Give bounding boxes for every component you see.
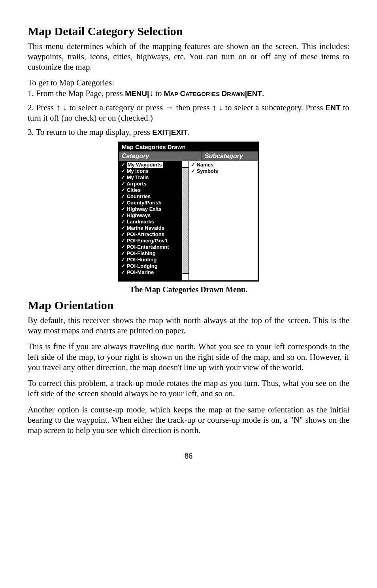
text: to select a subcategory. Press [223,103,326,112]
list-item[interactable]: ✓ Highway Exits [121,206,188,212]
list-item[interactable]: ✓ Landmarks [121,219,188,225]
para: Another option is course-up mode, which … [28,405,349,436]
screenshot-headers: Category Subcategory [119,151,258,161]
list-item[interactable]: ✓ POI-Attractions [121,231,188,238]
key-exit: EXIT [152,128,169,136]
list-item[interactable]: ✓ Cities [121,187,188,193]
text: M [164,89,170,98]
text: then press [173,103,212,112]
key-ent: ENT [247,89,262,98]
text: to [153,89,164,98]
para: To correct this problem, a track-up mode… [28,378,349,399]
arrow-down-icon: ↓ [149,89,153,98]
para: This is fine if you are always traveling… [28,341,349,372]
list-item[interactable]: ✓ POI-Emerg/Gov't [121,238,188,244]
text: ATEGORIES [185,91,221,97]
screenshot-title: Map Categories Drawn [119,143,258,152]
step1: 1. From the Map Page, press MENU|↓ to MA… [28,88,349,98]
subcategory-list[interactable]: ✓ Names ✓ Symbols [189,161,258,280]
key-exit: EXIT [171,128,188,136]
scroll-down-icon[interactable]: ▼ [182,273,188,280]
list-item[interactable]: ✓ POI-Lodging [121,263,188,269]
list-item[interactable]: ✓ Symbols [191,168,256,174]
text: 1. From the Map Page, press [28,89,125,98]
figure-caption: The Map Categories Drawn Menu. [28,285,349,295]
text: . [262,89,264,98]
page-number: 86 [28,451,349,461]
heading-map-detail: Map Detail Category Selection [28,24,349,39]
list-item[interactable]: ✓ Countries [121,193,188,200]
list-item[interactable]: ✓ POI-Entertainmnt [121,244,188,250]
step2: 2. Press ↑ ↓ to select a category or pre… [28,102,349,123]
header-category: Category [119,151,202,161]
scrollbar[interactable]: ▲ ▼ [181,161,188,280]
list-item[interactable]: ✓ My Waypoints [121,162,188,168]
text: D [222,89,227,98]
step3: 3. To return to the map display, press E… [28,127,349,137]
list-item[interactable]: ✓ My Trails [121,174,188,181]
heading-map-orientation: Map Orientation [28,298,349,313]
text: AP [170,91,180,97]
para: By default, this receiver shows the map … [28,315,349,336]
scroll-up-icon[interactable]: ▲ [182,161,188,168]
list-item[interactable]: ✓ Airports [121,181,188,187]
list-item[interactable]: ✓ My Icons [121,168,188,174]
text: . [188,127,190,137]
list-item[interactable]: ✓ POI-Fishing [121,250,188,257]
header-subcategory: Subcategory [202,151,258,161]
device-screenshot: Map Categories Drawn Category Subcategor… [118,142,259,282]
list-item[interactable]: ✓ POI-Hunting [121,257,188,263]
text: RAWN [227,91,245,97]
para: This menu determines which of the mappin… [28,41,349,72]
para: To get to Map Categories: [28,78,349,88]
text: 3. To return to the map display, press [28,127,152,137]
arrow-down-icon: ↓ [219,103,223,112]
arrow-down-icon: ↓ [63,103,67,112]
text: C [180,89,185,98]
arrow-right-icon: → [165,103,173,112]
arrow-up-icon: ↑ [212,103,217,112]
list-item[interactable]: ✓ Names [191,162,256,168]
list-item[interactable]: ✓ Marine Navaids [121,225,188,231]
list-item[interactable]: ✓ POI-Marine [121,269,188,276]
key-ent: ENT [326,104,341,112]
text: 2. Press [28,103,56,112]
figure: Map Categories Drawn Category Subcategor… [28,142,349,282]
list-item[interactable]: ✓ Highways [121,212,188,219]
key-menu: MENU [125,89,147,98]
list-item[interactable]: ✓ County/Parish [121,200,188,206]
text: to select a category or press [67,103,165,112]
arrow-up-icon: ↑ [56,103,60,112]
category-list[interactable]: ✓ My Waypoints ✓ My Icons ✓ My Trails ✓ … [119,161,189,280]
